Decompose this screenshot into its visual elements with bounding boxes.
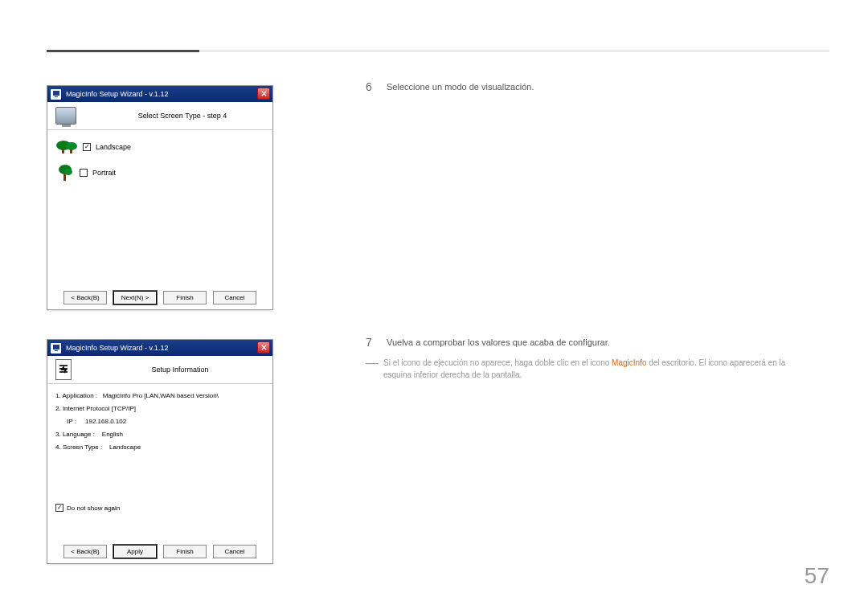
wizard-step-header: Select Screen Type - step 4 xyxy=(47,102,272,130)
wizard-setup-info: MagicInfo Setup Wizard - v.1.12 Setup In… xyxy=(47,339,273,564)
titlebar-text: MagicInfo Setup Wizard - v.1.12 xyxy=(66,344,168,352)
info-ip: IP : 192.168.0.102 xyxy=(55,418,264,425)
apply-button[interactable]: Apply xyxy=(113,545,157,558)
option-landscape[interactable]: Landscape xyxy=(55,138,264,156)
svg-rect-0 xyxy=(53,91,59,96)
wizard-footer: < Back(B) Apply Finish Cancel xyxy=(47,539,272,563)
finish-button[interactable]: Finish xyxy=(163,545,207,558)
dont-show-label: Do not show again xyxy=(67,505,120,512)
monitor-icon xyxy=(55,107,76,125)
note-body: Si el icono de ejecución no aparece, hag… xyxy=(383,357,816,381)
page-number: 57 xyxy=(805,563,829,589)
cancel-button[interactable]: Cancel xyxy=(213,545,256,558)
info-screentype: 4. Screen Type : Landscape xyxy=(55,443,264,451)
back-button[interactable]: < Back(B) xyxy=(63,291,107,304)
back-button[interactable]: < Back(B) xyxy=(63,545,107,558)
step-text: Seleccione un modo de visualización. xyxy=(387,80,534,93)
step-title: Setup Information xyxy=(96,366,264,374)
step-title: Select Screen Type - step 4 xyxy=(100,112,264,120)
wizard-footer: < Back(B) Next(N) > Finish Cancel xyxy=(47,285,272,309)
finish-button[interactable]: Finish xyxy=(163,291,207,304)
wizard-body: 1. Application : MagicInfo Pro [LAN,WAN … xyxy=(47,384,272,539)
header-rule-dark xyxy=(47,50,199,52)
svg-rect-5 xyxy=(70,149,72,153)
wizard-body: Landscape Portrait xyxy=(47,130,272,285)
titlebar[interactable]: MagicInfo Setup Wizard - v.1.12 xyxy=(47,340,272,356)
landscape-label: Landscape xyxy=(96,143,131,151)
info-application: 1. Application : MagicInfo Pro [LAN,WAN … xyxy=(55,392,264,399)
tree-portrait-icon xyxy=(55,164,75,182)
app-icon xyxy=(51,89,61,100)
portrait-checkbox[interactable] xyxy=(80,169,88,177)
next-button[interactable]: Next(N) > xyxy=(113,291,157,304)
svg-rect-1 xyxy=(55,96,58,97)
step-text: Vuelva a comprobar los valores que acaba… xyxy=(387,336,610,349)
close-icon[interactable] xyxy=(257,88,270,100)
step-number: 6 xyxy=(366,80,377,93)
svg-rect-9 xyxy=(53,345,59,349)
instruction-7: 7 Vuelva a comprobar los valores que aca… xyxy=(366,336,610,349)
titlebar[interactable]: MagicInfo Setup Wizard - v.1.12 xyxy=(47,86,272,102)
svg-rect-8 xyxy=(63,174,66,181)
instruction-6: 6 Seleccione un modo de visualización. xyxy=(366,80,534,93)
dont-show-again[interactable]: Do not show again xyxy=(55,504,264,512)
cancel-button[interactable]: Cancel xyxy=(213,291,256,304)
close-icon[interactable] xyxy=(257,341,270,353)
note-text: ― Si el icono de ejecución no aparece, h… xyxy=(366,357,816,381)
titlebar-text: MagicInfo Setup Wizard - v.1.12 xyxy=(66,90,168,98)
portrait-label: Portrait xyxy=(92,169,116,177)
header-rule-light xyxy=(199,51,829,51)
note-dash: ― xyxy=(366,357,379,381)
landscape-checkbox[interactable] xyxy=(83,143,91,151)
dont-show-checkbox[interactable] xyxy=(55,504,63,512)
step-number: 7 xyxy=(366,336,377,349)
app-icon xyxy=(51,343,61,353)
info-protocol: 2. Internet Protocol [TCP/IP] xyxy=(55,405,264,412)
tree-landscape-icon xyxy=(55,140,78,154)
svg-rect-4 xyxy=(62,149,64,153)
wizard-screen-type: MagicInfo Setup Wizard - v.1.12 Select S… xyxy=(47,85,273,310)
option-portrait[interactable]: Portrait xyxy=(55,162,264,183)
info-language: 3. Language : English xyxy=(55,431,264,438)
wizard-step-header: Setup Information xyxy=(47,356,272,384)
svg-rect-10 xyxy=(55,350,58,351)
document-icon xyxy=(55,359,72,380)
